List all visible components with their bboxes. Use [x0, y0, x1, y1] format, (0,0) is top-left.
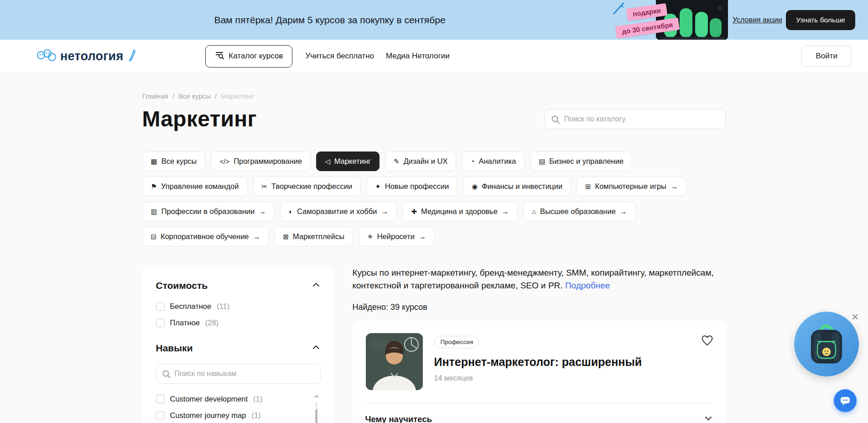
favorite-heart-icon[interactable]: [701, 333, 713, 390]
logo-pencil-icon: [127, 49, 137, 63]
flag-icon: ⚑: [151, 183, 157, 191]
coin-icon: ◉: [472, 183, 478, 191]
scrollbar-thumb[interactable]: [315, 409, 317, 423]
chip-medicine[interactable]: ✚Медицина и здоровье→: [402, 202, 517, 221]
chip-label: Профессии в образовании: [161, 207, 255, 216]
skill-option-count: (1): [253, 395, 262, 403]
star-icon: ✦: [375, 183, 381, 191]
pen-icon: ✎: [394, 157, 400, 166]
nav-link-media[interactable]: Медиа Нетологии: [386, 52, 450, 61]
promo-banner: Вам пятёрка! Дарим 5 курсов за покупку в…: [0, 0, 868, 40]
filter-option-free[interactable]: Бесплатное (11): [156, 302, 321, 311]
course-title[interactable]: Интернет-маркетолог: расширенный: [434, 355, 690, 369]
scissors-icon: ✂: [262, 183, 268, 191]
box-icon: ⊟: [151, 233, 157, 241]
widget-close-icon[interactable]: ✕: [851, 312, 859, 322]
promo-cta-button[interactable]: Узнать больше: [786, 10, 855, 30]
filter-option-label: Бесплатное: [170, 302, 212, 311]
skill-option-custdev[interactable]: Customer development (1): [156, 395, 305, 403]
chip-self-development[interactable]: ◐Саморазвитие и хобби→: [280, 202, 397, 221]
breadcrumb-home[interactable]: Главная: [142, 92, 168, 100]
promo-terms-link[interactable]: Условия акции: [733, 16, 782, 24]
chip-label: Маркетплейсы: [293, 232, 344, 241]
cart-icon: ⊠: [283, 233, 289, 241]
logo-wordmark: нетология: [60, 49, 123, 63]
chip-label: Бизнес и управление: [549, 157, 624, 166]
chip-neural-networks[interactable]: ✳Нейросети→: [359, 227, 435, 246]
catalog-search-input[interactable]: [545, 110, 726, 129]
more-link[interactable]: Подробнее: [565, 281, 610, 290]
results-column: Курсы по интернет-маркетингу, бренд-мене…: [353, 266, 726, 423]
house-icon: ⌂: [532, 208, 536, 215]
skills-search-input[interactable]: [156, 364, 320, 383]
chip-label: Саморазвитие и хобби: [297, 207, 377, 216]
skill-option-cjm[interactable]: Customer journey map (1): [156, 411, 305, 420]
checkbox[interactable]: [156, 302, 165, 311]
chat-button[interactable]: [834, 389, 857, 412]
login-button[interactable]: Войти: [801, 46, 852, 67]
price-filter-title: Стоимость: [156, 280, 208, 291]
chip-new-professions[interactable]: ✦Новые профессии: [366, 177, 457, 196]
promo-banner-text: Вам пятёрка! Дарим 5 курсов за покупку в…: [214, 15, 446, 26]
price-filter-options: Бесплатное (11) Платное (28): [156, 302, 321, 327]
arrow-right-icon: →: [620, 208, 627, 216]
catalog-button[interactable]: Каталог курсов: [205, 45, 292, 68]
title-row: Маркетинг: [142, 106, 726, 131]
chip-label: Управление командой: [161, 182, 239, 191]
chip-label: Нейросети: [377, 232, 415, 241]
chip-label: Дизайн и UX: [404, 157, 448, 166]
filter-option-count: (11): [217, 302, 229, 311]
briefcase-icon: ▤: [539, 157, 545, 166]
chip-team-management[interactable]: ⚑Управление командой: [142, 177, 248, 196]
catalog-filter-search-icon: [215, 51, 224, 62]
results-count: Найдено: 39 курсов: [353, 303, 726, 312]
category-chips: ▦Все курсы </>Программирование ◁Маркетин…: [142, 151, 726, 246]
scroll-up-icon[interactable]: [313, 392, 320, 400]
chip-label: Все курсы: [161, 157, 197, 166]
chip-creative[interactable]: ✂Творческие профессии: [253, 177, 361, 196]
course-card[interactable]: Профессия Интернет-маркетолог: расширенн…: [353, 320, 726, 423]
category-description-text: Курсы по интернет-маркетингу, бренд-мене…: [353, 268, 714, 290]
arrow-right-icon: →: [259, 208, 266, 216]
category-description: Курсы по интернет-маркетингу, бренд-мене…: [353, 266, 726, 292]
chip-business[interactable]: ▤Бизнес и управление: [530, 151, 632, 171]
checkbox[interactable]: [156, 395, 165, 403]
chip-programming[interactable]: </>Программирование: [211, 151, 311, 171]
chevron-down-icon[interactable]: [703, 413, 713, 423]
chip-design-ux[interactable]: ✎Дизайн и UX: [385, 151, 456, 171]
skills-filter-title: Навыки: [156, 343, 193, 354]
cross-icon: ✚: [411, 208, 417, 216]
logo[interactable]: нетология: [36, 47, 137, 65]
chip-computer-games[interactable]: ⊞Компьютерные игры→: [577, 177, 686, 196]
code-icon: </>: [219, 157, 229, 165]
scrollbar-track[interactable]: [315, 402, 317, 423]
chip-analytics[interactable]: ◔Аналитика: [462, 151, 525, 171]
backpack-promo-widget[interactable]: [794, 312, 859, 376]
price-filter-header[interactable]: Стоимость: [156, 280, 321, 291]
skills-filter-header[interactable]: Навыки: [156, 343, 321, 354]
filter-option-paid[interactable]: Платное (28): [156, 319, 321, 327]
chip-all-courses[interactable]: ▦Все курсы: [142, 151, 206, 171]
pie-icon: ◔: [470, 157, 474, 165]
catalog-button-label: Каталог курсов: [229, 52, 283, 61]
board-icon: ▥: [151, 208, 157, 216]
breadcrumb-all-courses[interactable]: Все курсы: [178, 92, 211, 100]
chip-marketing[interactable]: ◁Маркетинг: [316, 151, 379, 171]
filters-sidebar: Стоимость Бесплатное (11) Платное (28): [142, 266, 334, 423]
chip-finance[interactable]: ◉Финансы и инвестиции: [463, 177, 571, 196]
chip-corporate[interactable]: ⊟Корпоративное обучение→: [142, 227, 269, 246]
checkbox[interactable]: [156, 411, 165, 420]
chip-higher-education[interactable]: ⌂Высшее образование→: [523, 202, 636, 221]
skill-option-count: (1): [251, 411, 260, 420]
course-card-top: Профессия Интернет-маркетолог: расширенн…: [365, 333, 713, 390]
nav-link-free-learning[interactable]: Учиться бесплатно: [305, 52, 374, 61]
learn-accordion[interactable]: Чему научитесь: [365, 413, 713, 423]
skill-option-label: Customer journey map: [170, 411, 246, 420]
chevron-up-icon[interactable]: [312, 343, 321, 354]
chip-label: Аналитика: [478, 157, 516, 166]
chip-marketplaces[interactable]: ⊠Маркетплейсы: [275, 227, 353, 246]
chip-education-professions[interactable]: ▥Профессии в образовании→: [142, 202, 275, 221]
chevron-up-icon[interactable]: [312, 280, 321, 291]
checkbox[interactable]: [156, 319, 165, 327]
skills-scrollbar[interactable]: [313, 392, 320, 423]
